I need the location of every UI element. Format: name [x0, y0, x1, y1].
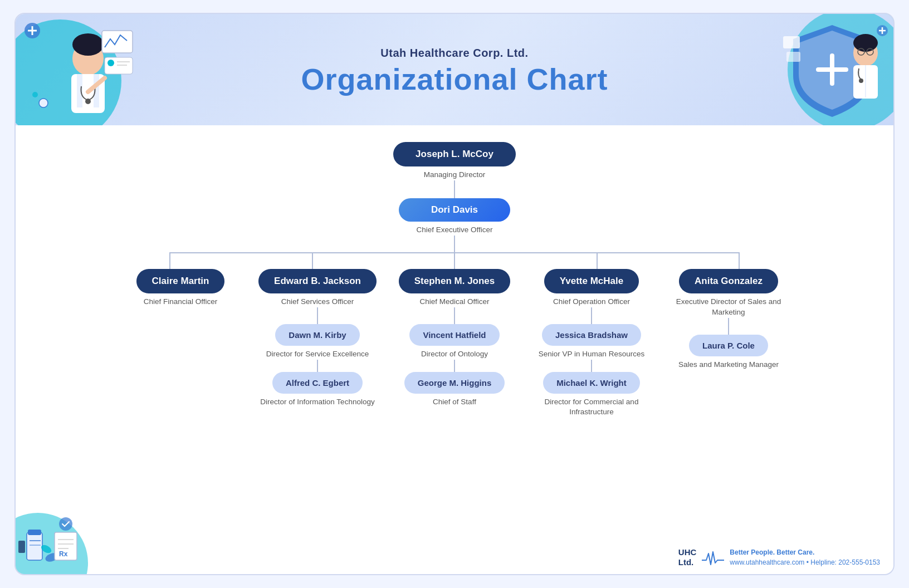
header-title: Organizational Chart [301, 62, 608, 96]
col-edward-jackson: Edward B. Jackson Chief Services Officer… [249, 269, 386, 408]
subcol-yvette-ch1: Jessica Bradshaw Senior VP in Human Reso… [539, 324, 644, 360]
node-joseph-mccoy: Joseph L. McCoy [393, 142, 516, 166]
node-jessica-bradshaw: Jessica Bradshaw [542, 324, 641, 346]
ecg-icon [702, 549, 724, 566]
level3-row: Claire Martin Chief Financial Officer Ed… [106, 269, 803, 418]
node-dori-davis: Dori Davis [399, 198, 510, 222]
label-vincent-hatfield: Director of Ontology [421, 349, 488, 360]
label-edward-jackson: Chief Services Officer [281, 297, 354, 307]
svg-rect-36 [28, 530, 41, 535]
node-george-higgins: George M. Higgins [404, 372, 505, 394]
col-stephen-jones: Stephen M. Jones Chief Medical Officer V… [386, 269, 523, 408]
node-michael-wright: Michael K. Wright [543, 372, 640, 394]
right-illustration [771, 14, 893, 125]
svg-rect-29 [783, 36, 800, 48]
header-subtitle: Utah Healthcare Corp. Ltd. [380, 47, 528, 60]
subcol-stephen-ch2: George M. Higgins Chief of Staff [404, 372, 505, 408]
svg-point-6 [85, 99, 91, 104]
col-claire-martin: Claire Martin Chief Financial Officer [112, 269, 249, 352]
label-laura-cole: Sales and Marketing Manager [678, 360, 779, 370]
label-alfred-egbert: Director of Information Technology [260, 397, 374, 408]
svg-point-47 [59, 517, 72, 531]
chart-container: Utah Healthcare Corp. Ltd. Organizationa… [14, 13, 895, 575]
subcol-anita-ch1: Laura P. Cole Sales and Marketing Manage… [678, 335, 779, 370]
vline-yvette-ch2 [591, 360, 592, 372]
vline-stephen-ch2 [454, 360, 455, 372]
level1-block: Joseph L. McCoy Managing Director [393, 142, 516, 180]
node-alfred-egbert: Alfred C. Egbert [272, 372, 363, 394]
tick-2 [312, 252, 313, 269]
label-yvette-mchale: Chief Operation Officer [553, 297, 630, 307]
label-michael-wright: Director for Commercial and Infrastructu… [523, 397, 660, 418]
label-dawn-kirby: Director for Service Excellence [266, 349, 369, 360]
svg-rect-46 [18, 541, 25, 553]
svg-rect-7 [102, 31, 133, 53]
svg-point-9 [107, 60, 114, 66]
subcol-edward-ch2: Alfred C. Egbert Director of Information… [260, 372, 374, 408]
vline-l2-hbar [454, 236, 455, 252]
svg-point-22 [853, 34, 878, 52]
col-anita-gonzalez: Anita Gonzalez Executive Director of Sal… [660, 269, 797, 370]
label-stephen-jones: Chief Medical Officer [419, 297, 489, 307]
subcol-yvette-ch2: Michael K. Wright Director for Commercia… [523, 372, 660, 418]
vline-l1-l2 [454, 180, 455, 198]
org-area: Joseph L. McCoy Managing Director Dori D… [16, 125, 893, 429]
left-illustration [16, 14, 138, 125]
tick-3 [454, 252, 455, 269]
label-george-higgins: Chief of Staff [433, 397, 476, 408]
svg-rect-30 [786, 52, 800, 62]
label-dori-davis: Chief Executive Officer [416, 225, 492, 236]
header-band: Utah Healthcare Corp. Ltd. Organizationa… [16, 14, 893, 125]
vline-edward-ch2 [317, 360, 318, 372]
label-claire-martin: Chief Financial Officer [144, 297, 218, 307]
vline-edward-ch [317, 307, 318, 324]
svg-point-2 [72, 33, 104, 56]
bottom-decoration: Rx [16, 502, 116, 574]
subcol-edward-ch1: Dawn M. Kirby Director for Service Excel… [266, 324, 369, 360]
level3-connector [106, 252, 803, 269]
svg-point-16 [39, 99, 48, 107]
label-joseph-mccoy: Managing Director [424, 170, 485, 180]
svg-rect-35 [27, 532, 42, 560]
label-jessica-bradshaw: Senior VP in Human Resources [539, 349, 644, 360]
svg-rect-8 [105, 57, 133, 74]
node-edward-jackson: Edward B. Jackson [258, 269, 377, 293]
tick-4 [597, 252, 598, 269]
footer-logo: UHC Ltd. [678, 547, 697, 567]
node-vincent-hatfield: Vincent Hatfield [409, 324, 499, 346]
svg-point-28 [859, 79, 863, 83]
col-yvette-mchale: Yvette McHale Chief Operation Officer Je… [523, 269, 660, 418]
level2-block: Dori Davis Chief Executive Officer [399, 198, 510, 236]
subcol-stephen-ch1: Vincent Hatfield Director of Ontology [409, 324, 499, 360]
node-claire-martin: Claire Martin [136, 269, 225, 293]
node-yvette-mchale: Yvette McHale [544, 269, 639, 293]
label-anita-gonzalez: Executive Director of Sales and Marketin… [664, 297, 793, 318]
node-stephen-jones: Stephen M. Jones [399, 269, 511, 293]
node-anita-gonzalez: Anita Gonzalez [679, 269, 778, 293]
tick-5 [739, 252, 740, 269]
footer: UHC Ltd. Better People. Better Care. www… [665, 541, 893, 574]
node-laura-cole: Laura P. Cole [689, 335, 768, 356]
vline-yvette-ch [591, 307, 592, 324]
vline-stephen-ch [454, 307, 455, 324]
node-dawn-kirby: Dawn M. Kirby [275, 324, 359, 346]
svg-point-17 [32, 92, 38, 97]
ticks-row [106, 252, 803, 269]
tick-1 [169, 252, 170, 269]
svg-text:Rx: Rx [59, 550, 68, 558]
vline-anita-ch [728, 318, 729, 335]
footer-text: Better People. Better Care. www.utahheal… [730, 547, 880, 567]
